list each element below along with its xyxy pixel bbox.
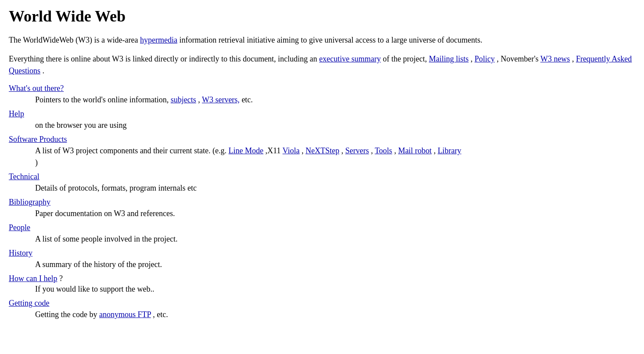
sp-sep6: ,: [432, 146, 438, 155]
section-how-can-i-help: How can I help ? If you would like to su…: [9, 274, 635, 295]
wot-post: etc.: [240, 95, 253, 104]
software-products-desc: A list of W3 project components and thei…: [9, 145, 635, 169]
bibliography-link[interactable]: Bibliography: [9, 198, 635, 207]
library-link[interactable]: Library: [438, 146, 461, 155]
subjects-link[interactable]: subjects: [171, 95, 196, 104]
how-can-i-help-suffix: ?: [57, 274, 63, 283]
section-software-products: Software Products A list of W3 project c…: [9, 135, 635, 169]
servers-link[interactable]: Servers: [345, 146, 369, 155]
how-can-i-help-desc: If you would like to support the web..: [9, 283, 635, 295]
intro2-mid: of the project,: [381, 54, 428, 63]
sp-sep4: ,: [369, 146, 374, 155]
help-desc: on the browser you are using: [9, 119, 635, 131]
hypermedia-link[interactable]: hypermedia: [140, 36, 177, 44]
getting-code-post: , etc.: [151, 310, 168, 319]
intro-paragraph-1: The WorldWideWeb (W3) is a wide-area hyp…: [9, 34, 635, 46]
intro2-end: .: [40, 66, 44, 75]
people-desc-text: A list of some people involved in the pr…: [35, 235, 177, 243]
sp-sep2: ,: [299, 146, 306, 155]
viola-link[interactable]: Viola: [283, 146, 300, 155]
help-desc-text: on the browser you are using: [35, 121, 126, 130]
sp-sep5: ,: [392, 146, 398, 155]
intro2-sep2: , November's: [495, 54, 540, 63]
history-desc-text: A summary of the history of the project.: [35, 260, 162, 269]
wot-desc-pre: Pointers to the world's online informati…: [35, 95, 171, 104]
whats-out-there-link[interactable]: What's out there?: [9, 84, 635, 93]
wot-sep: ,: [196, 95, 202, 104]
page-title: World Wide Web: [9, 7, 635, 25]
section-history: History A summary of the history of the …: [9, 249, 635, 271]
section-technical: Technical Details of protocols, formats,…: [9, 172, 635, 194]
policy-link[interactable]: Policy: [475, 54, 495, 63]
intro1-text: The WorldWideWeb (W3) is a wide-area: [9, 36, 140, 44]
technical-link[interactable]: Technical: [9, 172, 635, 181]
section-help: Help on the browser you are using: [9, 109, 635, 131]
section-people: People A list of some people involved in…: [9, 223, 635, 245]
getting-code-desc: Getting the code by anonymous FTP , etc.: [9, 309, 635, 321]
section-whats-out-there: What's out there? Pointers to the world'…: [9, 84, 635, 106]
intro-paragraph-2: Everything there is online about W3 is l…: [9, 53, 635, 77]
sp-sep1: ,X11: [263, 146, 283, 155]
mailrobot-link[interactable]: Mail robot: [398, 146, 432, 155]
anonymous-ftp-link[interactable]: anonymous FTP: [99, 310, 151, 319]
sp-sep3: ,: [339, 146, 345, 155]
bibliography-desc-text: Paper documentation on W3 and references…: [35, 209, 175, 218]
sp-desc-post: ): [35, 158, 38, 167]
section-getting-code: Getting code Getting the code by anonymo…: [9, 299, 635, 321]
people-desc: A list of some people involved in the pr…: [9, 233, 635, 245]
bibliography-desc: Paper documentation on W3 and references…: [9, 208, 635, 220]
getting-code-pre: Getting the code by: [35, 310, 99, 319]
executive-summary-link[interactable]: executive summary: [319, 54, 381, 63]
history-link[interactable]: History: [9, 249, 635, 258]
nextstep-link[interactable]: NeXTStep: [306, 146, 339, 155]
intro2-sep1: ,: [468, 54, 475, 63]
technical-desc: Details of protocols, formats, program i…: [9, 182, 635, 194]
whats-out-there-desc: Pointers to the world's online informati…: [9, 94, 635, 106]
how-can-i-help-row: How can I help ?: [9, 274, 63, 283]
w3news-link[interactable]: W3 news: [540, 54, 570, 63]
history-desc: A summary of the history of the project.: [9, 259, 635, 271]
intro1-rest: information retrieval initiative aiming …: [177, 36, 482, 44]
getting-code-link[interactable]: Getting code: [9, 299, 635, 308]
section-bibliography: Bibliography Paper documentation on W3 a…: [9, 198, 635, 220]
how-can-i-help-desc-text: If you would like to support the web..: [35, 285, 154, 293]
software-products-link[interactable]: Software Products: [9, 135, 635, 144]
technical-desc-text: Details of protocols, formats, program i…: [35, 184, 197, 192]
w3servers-link[interactable]: W3 servers,: [202, 95, 240, 104]
intro2-sep3: ,: [570, 54, 576, 63]
line-mode-link[interactable]: Line Mode: [229, 146, 263, 155]
tools-link[interactable]: Tools: [375, 146, 392, 155]
intro2-pre: Everything there is online about W3 is l…: [9, 54, 319, 63]
sp-desc-pre: A list of W3 project components and thei…: [35, 146, 229, 155]
how-can-i-help-link[interactable]: How can I help: [9, 274, 57, 283]
people-link[interactable]: People: [9, 223, 635, 232]
help-link[interactable]: Help: [9, 109, 635, 119]
mailing-lists-link[interactable]: Mailing lists: [429, 54, 469, 63]
